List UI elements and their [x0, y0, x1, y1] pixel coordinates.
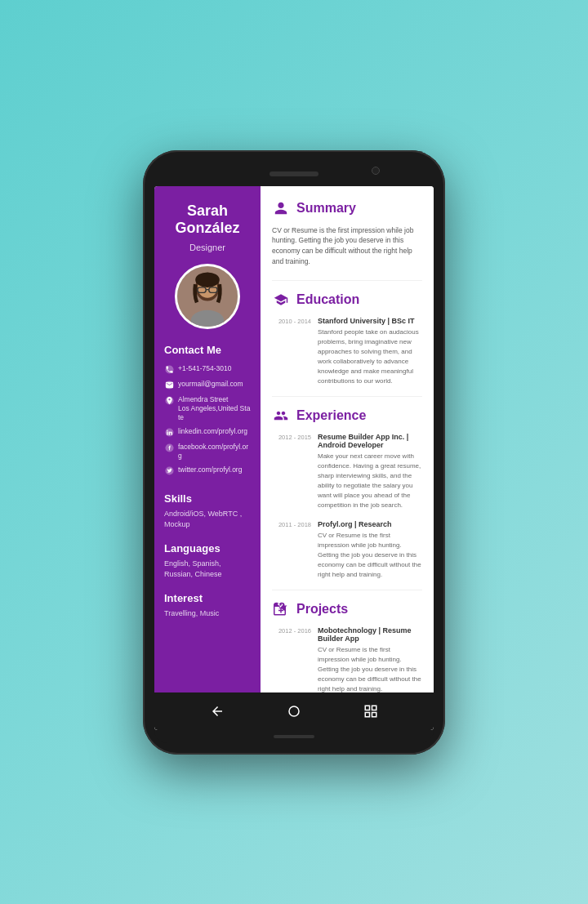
divider-3 [272, 590, 422, 590]
education-entry-1: 2010 - 2014 Stanford University | BSc IT… [272, 317, 422, 386]
experience-header: Experience [272, 407, 422, 425]
experience-entry-2: 2011 - 2018 Profyl.org | Research CV or … [272, 520, 422, 580]
skills-text: Android/iOS, WebRTC , Mockup [164, 509, 251, 531]
contact-phone-text: +1-541-754-3010 [178, 364, 231, 373]
skills-title: Skills [164, 492, 251, 505]
svg-point-14 [289, 706, 299, 716]
education-title: Education [296, 292, 359, 307]
summary-icon [272, 199, 290, 217]
location-icon [164, 396, 174, 406]
home-button[interactable] [285, 702, 303, 720]
projects-icon [272, 600, 290, 618]
contact-email-text: yourmail@gmail.com [178, 380, 243, 389]
education-desc-1: Stanford people take on audacious proble… [318, 327, 422, 386]
contact-section-title: Contact Me [164, 344, 221, 356]
experience-desc-1: Make your next career move with confiden… [318, 452, 422, 510]
recent-button[interactable] [362, 702, 380, 720]
interest-text: Travelling, Music [164, 608, 251, 620]
projects-header: Projects [272, 600, 422, 618]
skills-section: Skills Android/iOS, WebRTC , Mockup [164, 492, 251, 531]
back-button[interactable] [208, 702, 226, 720]
summary-body: CV or Resume is the first impression whi… [272, 225, 422, 267]
languages-section: Languages English, Spanish, Russian, Chi… [164, 542, 251, 581]
profile-title: Designer [189, 243, 225, 252]
experience-icon [272, 407, 290, 425]
phone-screen: Sarah González Designer [154, 186, 434, 730]
phone-device: Sarah González Designer [143, 150, 445, 755]
email-icon [164, 381, 174, 390]
contact-facebook: facebook.com/profyl.org [164, 443, 251, 461]
experience-content-1: Resume Builder App Inc. | Android Develo… [318, 433, 422, 510]
experience-dates-1: 2012 - 2015 [272, 433, 311, 510]
contact-linkedin-text: linkedin.com/profyl.org [178, 427, 247, 436]
profile-name: Sarah González [164, 203, 251, 238]
project-content-1: Mobotechnology | Resume Builder App CV o… [318, 626, 422, 692]
experience-title: Experience [296, 408, 366, 423]
projects-title: Projects [296, 602, 348, 617]
education-content-1: Stanford University | BSc IT Stanford pe… [318, 317, 422, 386]
experience-entry-1: 2012 - 2015 Resume Builder App Inc. | An… [272, 433, 422, 510]
svg-rect-15 [365, 706, 369, 710]
contact-address-text: Almendra StreetLos Angeles,United State [178, 395, 251, 422]
experience-desc-2: CV or Resume is the first impression whi… [318, 531, 422, 580]
languages-title: Languages [164, 542, 251, 554]
contact-twitter: twitter.com/profyl.org [164, 465, 251, 476]
summary-header: Summary [272, 199, 422, 217]
phone-icon [164, 365, 174, 375]
project-title-1: Mobotechnology | Resume Builder App [318, 626, 422, 643]
phone-speaker [270, 171, 318, 176]
contact-phone: +1-541-754-3010 [164, 364, 251, 375]
facebook-icon [164, 443, 174, 453]
education-title-1: Stanford University | BSc IT [318, 317, 422, 325]
svg-rect-17 [365, 712, 369, 716]
svg-rect-16 [372, 706, 376, 710]
profile-photo [175, 264, 240, 329]
divider-1 [272, 280, 422, 281]
home-indicator [274, 735, 314, 738]
experience-title-2: Profyl.org | Research [318, 520, 422, 528]
experience-title-1: Resume Builder App Inc. | Android Develo… [318, 433, 422, 449]
experience-content-2: Profyl.org | Research CV or Resume is th… [318, 520, 422, 580]
contact-address: Almendra StreetLos Angeles,United State [164, 395, 251, 422]
education-dates-1: 2010 - 2014 [272, 317, 311, 386]
svg-rect-18 [372, 712, 376, 716]
summary-title: Summary [296, 201, 356, 216]
interest-title: Interest [164, 592, 251, 604]
project-dates-1: 2012 - 2016 [272, 626, 311, 692]
phone-camera [372, 167, 380, 175]
phone-bottom [154, 730, 434, 743]
project-desc-1: CV or Resume is the first impression whi… [318, 645, 422, 692]
interest-section: Interest Travelling, Music [164, 592, 251, 620]
education-icon [272, 291, 290, 309]
bottom-nav [154, 692, 434, 730]
experience-dates-2: 2011 - 2018 [272, 520, 311, 580]
svg-point-6 [195, 272, 220, 287]
linkedin-icon [164, 428, 174, 438]
divider-2 [272, 396, 422, 397]
contact-email: yourmail@gmail.com [164, 380, 251, 390]
education-header: Education [272, 291, 422, 309]
project-entry-1: 2012 - 2016 Mobotechnology | Resume Buil… [272, 626, 422, 692]
twitter-icon [164, 466, 174, 476]
contact-linkedin: linkedin.com/profyl.org [164, 427, 251, 438]
languages-text: English, Spanish, Russian, Chinese [164, 559, 251, 581]
contact-facebook-text: facebook.com/profyl.org [178, 443, 251, 461]
resume-container: Sarah González Designer [154, 186, 434, 692]
contact-twitter-text: twitter.com/profyl.org [178, 465, 242, 474]
sidebar: Sarah González Designer [154, 186, 261, 692]
main-content: Summary CV or Resume is the first impres… [261, 186, 434, 692]
phone-top-bar [154, 162, 434, 186]
